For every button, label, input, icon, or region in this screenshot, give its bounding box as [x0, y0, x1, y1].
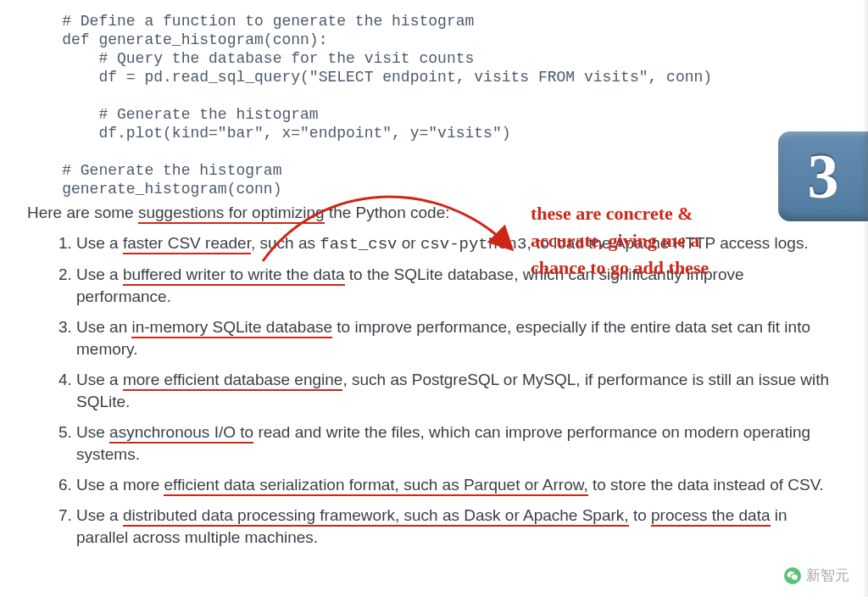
underline: process the data: [651, 506, 770, 527]
slide-number: 3: [808, 141, 839, 213]
underline: more efficient database engine: [123, 371, 343, 391]
text: Use: [76, 423, 109, 441]
code-line: # Generate the histogram: [25, 162, 281, 179]
underline: in-memory SQLite database: [131, 318, 332, 338]
code-line: generate_histogram(conn): [25, 181, 281, 198]
wechat-icon: [784, 567, 801, 584]
text: or: [398, 234, 420, 252]
code-line: # Define a function to generate the hist…: [25, 13, 474, 30]
code-line: df.plot(kind="bar", x="endpoint", y="vis…: [25, 125, 511, 142]
intro-part: Here are some: [27, 204, 138, 221]
underline: distributed data processing framework, s…: [123, 506, 629, 527]
slide-number-badge: 3: [778, 131, 868, 221]
code-line: # Query the database for the visit count…: [25, 50, 474, 67]
text: Use a: [76, 506, 123, 524]
code-inline: csv-python3: [420, 235, 526, 254]
code-line: df = pd.read_sql_query("SELECT endpoint,…: [25, 69, 712, 86]
underline: buffered writer to write the data: [123, 265, 345, 286]
list-item: Use a distributed data processing framew…: [76, 505, 849, 549]
list-item: Use asynchronous I/O to read and write t…: [76, 421, 849, 466]
text: Use a more: [76, 476, 164, 494]
underline: asynchronous I/O to: [109, 423, 253, 444]
text: Use an: [76, 318, 131, 336]
list-item: Use a more efficient database engine, su…: [76, 369, 849, 413]
list-item: Use an in-memory SQLite database to impr…: [76, 316, 849, 360]
annotation-line: these are concrete &: [531, 200, 785, 227]
code-inline: fast_csv: [320, 235, 397, 254]
handwritten-annotation: these are concrete & accurate, giving me…: [531, 200, 785, 282]
intro-part: the Python code:: [325, 204, 450, 221]
text: , such as: [251, 234, 320, 252]
watermark-text: 新智元: [806, 566, 849, 585]
right-edge-shadow: [863, 0, 868, 597]
text: to store the data instead of CSV.: [588, 476, 824, 494]
watermark: 新智元: [784, 566, 849, 585]
list-item: Use a more efficient data serialization …: [76, 474, 849, 496]
code-line: # Generate the histogram: [25, 106, 319, 123]
text: Use a: [76, 234, 123, 252]
code-line: def generate_histogram(conn):: [25, 31, 327, 48]
text: to: [629, 506, 651, 524]
annotation-line: chance to go add these: [531, 254, 785, 282]
text: Use a: [76, 265, 123, 283]
text: Use a: [76, 371, 123, 388]
intro-underline: suggestions for optimizing: [138, 204, 325, 224]
underline: faster CSV reader: [123, 234, 251, 254]
underline: efficient data serialization format, suc…: [164, 476, 587, 496]
code-block: # Define a function to generate the hist…: [25, 12, 849, 198]
annotation-line: accurate, giving me a: [531, 227, 785, 254]
slide-page: # Define a function to generate the hist…: [0, 0, 868, 597]
